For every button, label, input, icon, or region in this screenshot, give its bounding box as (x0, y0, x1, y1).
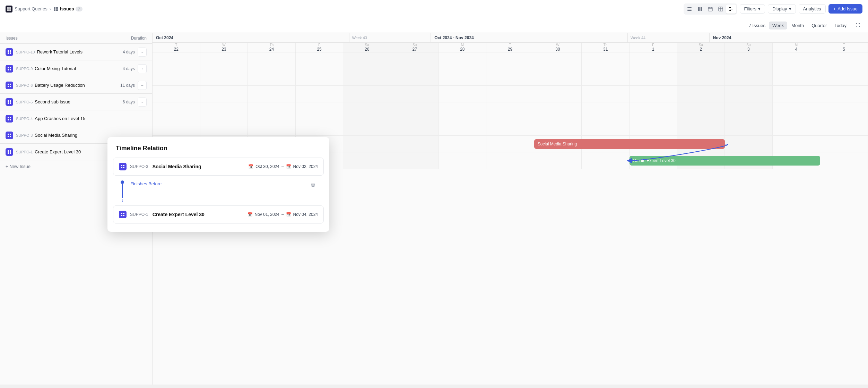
relation-icon-1 (119, 163, 127, 170)
relation-connector: ↓ Finishes Before (113, 177, 324, 205)
connector-vline (122, 184, 123, 198)
start-date-icon-2: 📅 (248, 212, 253, 217)
svg-rect-58 (121, 215, 122, 216)
end-date-2: Nov 04, 2024 (293, 212, 318, 217)
relation-icon-2 (119, 211, 127, 218)
relation-id-1: SUPPO-3 (130, 164, 148, 169)
svg-rect-52 (121, 165, 122, 166)
svg-rect-57 (123, 213, 124, 214)
relation-dates-2: 📅 Nov 01, 2024 – 📅 Nov 04, 2024 (248, 212, 318, 217)
start-date-2: Nov 01, 2024 (255, 212, 279, 217)
svg-rect-59 (123, 215, 124, 216)
relation-name-2: Create Expert Level 30 (153, 212, 244, 217)
timeline-relation-modal: Timeline Relation SUPPO-3 Social Media S… (107, 137, 329, 232)
end-date-icon-2: 📅 (286, 212, 291, 217)
svg-rect-55 (123, 167, 124, 168)
svg-rect-53 (123, 165, 124, 166)
connector-dot (121, 180, 124, 184)
end-date-1: Nov 02, 2024 (293, 164, 318, 169)
start-date-icon-1: 📅 (248, 164, 253, 169)
relation-card-issue1: SUPPO-3 Social Media Sharing 📅 Oct 30, 2… (113, 158, 324, 176)
relation-id-2: SUPPO-1 (130, 212, 148, 217)
relation-card-issue2: SUPPO-1 Create Expert Level 30 📅 Nov 01,… (113, 205, 324, 223)
svg-rect-54 (121, 167, 122, 168)
modal-body: SUPPO-3 Social Media Sharing 📅 Oct 30, 2… (107, 158, 329, 232)
finishes-before-label: Finishes Before (130, 180, 304, 186)
modal-title: Timeline Relation (107, 137, 329, 158)
delete-relation-button[interactable] (308, 180, 318, 190)
connector-line: ↓ (119, 180, 126, 203)
trash-icon (310, 182, 316, 188)
relation-dates-1: 📅 Oct 30, 2024 – 📅 Nov 02, 2024 (248, 164, 318, 169)
connector-arrow-icon: ↓ (121, 197, 124, 203)
svg-rect-56 (121, 213, 122, 214)
modal-overlay[interactable]: Timeline Relation SUPPO-3 Social Media S… (0, 0, 868, 385)
date-dash-2: – (281, 212, 284, 217)
start-date-1: Oct 30, 2024 (255, 164, 279, 169)
end-date-icon-1: 📅 (286, 164, 291, 169)
relation-name-1: Social Media Sharing (153, 164, 245, 169)
date-dash-1: – (281, 164, 284, 169)
